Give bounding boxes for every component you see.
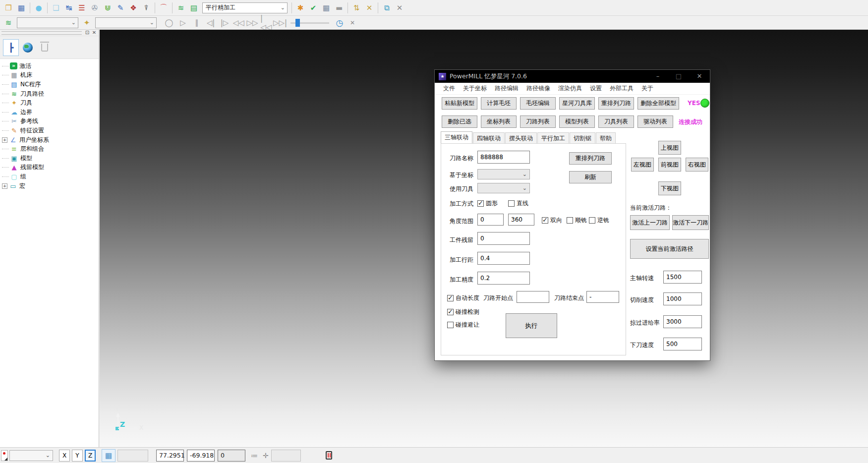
go-start-icon[interactable]: |◁◁ — [260, 17, 273, 29]
list-button-3[interactable]: 模型列表 — [559, 116, 595, 128]
toolpath-spring-icon[interactable]: ≋ — [2, 17, 15, 29]
pause-icon[interactable]: ∥ — [190, 17, 203, 29]
tree-item-active[interactable]: »激活 — [2, 61, 99, 71]
start-point-input[interactable] — [517, 291, 549, 303]
tool-burst-icon[interactable]: ✱ — [294, 2, 307, 14]
angle-from-input[interactable] — [477, 214, 504, 226]
move-cross-icon[interactable]: ✕ — [363, 2, 376, 14]
circle-checkbox[interactable]: 圆形 — [477, 199, 498, 208]
view-top-button[interactable]: 上视图 — [658, 141, 681, 155]
tree-item-nc-programs[interactable]: ▤NC程序 — [2, 80, 99, 89]
rearrange-toolpath-button[interactable]: 重排列刀路 — [569, 152, 612, 165]
tree-item-boundaries[interactable]: ☁边界 — [2, 108, 99, 117]
action-button-3[interactable]: 星河刀具库 — [559, 97, 595, 110]
panel-close-icon[interactable]: ✕ — [91, 30, 98, 36]
collision-check-checkbox[interactable]: 碰撞检测 — [447, 308, 479, 316]
calculator-icon[interactable]: ▦ — [320, 2, 333, 14]
close-sim-toolbar-icon[interactable]: ✕ — [346, 17, 359, 29]
tool-swap-icon[interactable]: ⇅ — [350, 2, 363, 14]
stock-left-input[interactable] — [477, 232, 530, 245]
end-point-input[interactable] — [586, 291, 619, 303]
expand-icon[interactable]: + — [2, 137, 7, 143]
open-project-icon[interactable]: ❐ — [2, 2, 15, 14]
plunge-speed-input[interactable] — [663, 338, 702, 350]
action-button-2[interactable]: 毛坯编辑 — [520, 97, 556, 110]
view-left-button[interactable]: 左视图 — [631, 158, 654, 172]
collision-avoid-checkbox[interactable]: 碰撞避让 — [447, 321, 479, 329]
use-tool-select[interactable]: ⌄ — [477, 183, 530, 193]
menu-item-1[interactable]: 关于坐标 — [459, 84, 491, 93]
view-right-button[interactable]: 右视图 — [686, 158, 708, 172]
tab-2[interactable]: 摆头联动 — [505, 132, 537, 144]
tree-item-workplanes[interactable]: +∠用户坐标系 — [2, 135, 99, 145]
stock-edit-icon[interactable]: ☰ — [75, 2, 88, 14]
list-button-0[interactable]: 删除已选 — [442, 116, 477, 128]
mirror-cylinders-icon[interactable]: ⧉ — [380, 2, 393, 14]
save-project-icon[interactable]: ▦ — [15, 2, 28, 14]
tree-item-macros[interactable]: +▭宏 — [2, 181, 99, 191]
execute-button[interactable]: 执行 — [506, 313, 557, 338]
line-checkbox[interactable]: 直线 — [508, 199, 528, 208]
set-active-path-button[interactable]: 设置当前激活路径 — [630, 239, 709, 259]
conventional-mill-checkbox[interactable]: 逆铣 — [589, 216, 609, 225]
close-toolbar-icon[interactable]: ✕ — [393, 2, 406, 14]
tab-4[interactable]: 切割锯 — [570, 132, 595, 144]
tree-item-feature-sets[interactable]: ✎特征设置 — [2, 126, 99, 135]
tab-1[interactable]: 四轴联动 — [473, 132, 505, 144]
block-icon[interactable]: ❑ — [50, 2, 62, 14]
tolerance-input[interactable] — [477, 272, 530, 285]
grid-snap-button[interactable]: ▦ — [102, 449, 116, 462]
prev-toolpath-button[interactable]: 激活上一刀路 — [630, 215, 670, 230]
list-button-2[interactable]: 刀路列表 — [520, 116, 556, 128]
play-icon[interactable]: ▷ — [176, 17, 189, 29]
step-back-icon[interactable]: ◁| — [204, 17, 217, 29]
tab-3[interactable]: 平行加工 — [537, 132, 569, 144]
toolpath-spring-icon[interactable]: ≋ — [174, 2, 187, 14]
action-button-4[interactable]: 重排列刀路 — [598, 97, 634, 110]
next-toolpath-button[interactable]: 激活下一刀路 — [672, 215, 709, 230]
list-button-4[interactable]: 刀具列表 — [598, 116, 634, 128]
sim-tool-select[interactable]: ⌄ — [95, 17, 157, 28]
menu-item-2[interactable]: 路径编辑 — [491, 84, 522, 93]
tree-item-tools[interactable]: ✦刀具 — [2, 98, 99, 108]
tree-item-stock-models[interactable]: ▲残留模型 — [2, 163, 99, 173]
panel-grip[interactable]: ⊡ ✕ — [0, 30, 99, 36]
menu-item-5[interactable]: 设置 — [586, 84, 606, 93]
clock-icon[interactable]: ◷ — [333, 17, 346, 29]
tree-item-toolpaths[interactable]: ≋刀具路径 — [2, 89, 99, 99]
dialog-title-bar[interactable]: ★ PowerMILL 忆梦星河 7.0.6 – □ ✕ — [435, 70, 710, 83]
tree-item-machine[interactable]: ▦机床 — [2, 71, 99, 80]
explorer-trash-tab[interactable] — [37, 39, 53, 56]
pick-marker[interactable] — [1, 450, 8, 461]
tool-check-icon[interactable]: ✔ — [307, 2, 320, 14]
view-front-button[interactable]: 前视图 — [658, 158, 681, 172]
rapid-heights-icon[interactable]: ↹ — [62, 2, 75, 14]
skim-feed-input[interactable] — [663, 315, 702, 328]
tree-item-models[interactable]: ▣模型 — [2, 154, 99, 163]
explorer-tree-tab[interactable]: ┣ — [3, 39, 19, 56]
pencil-edit-icon[interactable]: ✎ — [114, 2, 127, 14]
strategy-list-icon[interactable]: ▤ — [187, 2, 200, 14]
go-end-icon[interactable]: ▷▷| — [274, 17, 287, 29]
tree-item-groups[interactable]: ▢组 — [2, 172, 99, 181]
tool-ball-icon[interactable]: ✇ — [88, 2, 101, 14]
minimize-button[interactable]: – — [647, 70, 668, 83]
sphere-tool-icon[interactable]: ● — [32, 2, 45, 14]
auto-length-checkbox[interactable]: 自动长度 — [447, 294, 479, 302]
spindle-speed-input[interactable] — [663, 271, 702, 284]
menu-item-6[interactable]: 外部工具 — [606, 84, 637, 93]
sim-speed-slider[interactable] — [290, 18, 329, 27]
fast-forward-icon[interactable]: ▷▷ — [246, 17, 259, 29]
tolerance-field[interactable] — [271, 450, 301, 462]
z-axis-button[interactable]: Z — [85, 450, 96, 462]
panel-float-icon[interactable]: ⊡ — [84, 30, 91, 36]
bidirectional-checkbox[interactable]: 双向 — [542, 216, 562, 225]
workplane-select[interactable]: ⌄ — [9, 450, 53, 461]
action-button-1[interactable]: 计算毛坯 — [481, 97, 517, 110]
tab-0[interactable]: 三轴联动 — [441, 131, 472, 144]
strategy-preset-select[interactable]: 平行精加工 ⌄ — [202, 2, 288, 13]
menu-item-0[interactable]: 文件 — [439, 84, 459, 93]
lead-link-icon[interactable]: ⋓ — [101, 2, 114, 14]
tree-item-levels[interactable]: ≡层和组合 — [2, 144, 99, 154]
based-coord-select[interactable]: ⌄ — [477, 169, 530, 179]
